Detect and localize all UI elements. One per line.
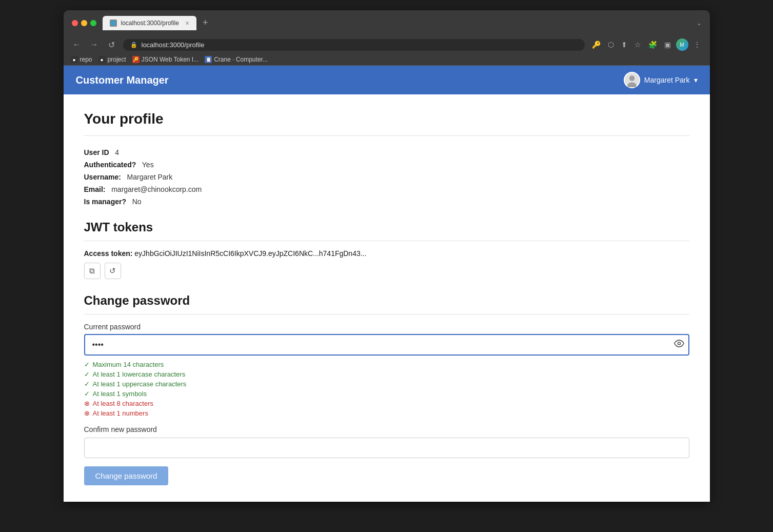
email-value: margaret@chinookcorp.com: [111, 185, 202, 193]
app-navbar: Customer Manager Margaret Park ▾: [64, 66, 710, 94]
fail-icon-2: ⊗: [84, 409, 90, 417]
profile-field-authenticated: Authenticated? Yes: [84, 161, 689, 169]
user-avatar: [624, 72, 640, 88]
address-bar: ← → ↺ 🔒 localhost:3000/profile 🔑 ⬡ ⬆ ☆ 🧩…: [64, 35, 710, 54]
key-icon[interactable]: 🔑: [590, 38, 603, 51]
bookmark-jwt-label: JSON Web Token I...: [142, 56, 199, 63]
toggle-password-visibility-button[interactable]: [674, 339, 684, 351]
validation-uppercase: ✓ At least 1 uppercase characters: [84, 380, 689, 388]
refresh-token-button[interactable]: ↺: [105, 263, 121, 279]
copy-token-button[interactable]: ⧉: [84, 263, 101, 279]
profile-field-username: Username: Margaret Park: [84, 173, 689, 181]
title-bar: 🌐 localhost:3000/profile × + ⌄: [64, 10, 710, 35]
lock-icon: 🔒: [130, 42, 137, 48]
crane-icon: 📋: [205, 56, 212, 63]
svg-point-3: [678, 342, 680, 345]
page-content: Customer Manager Margaret Park ▾ Your pr…: [64, 66, 710, 502]
minimize-window-button[interactable]: [81, 20, 87, 26]
token-actions: ⧉ ↺: [84, 263, 689, 279]
access-token-row: Access token: eyJhbGciOiJIUzI1NiIsInR5cC…: [84, 249, 689, 258]
current-password-input[interactable]: [84, 334, 689, 356]
authenticated-value: Yes: [142, 161, 154, 169]
email-label: Email:: [84, 185, 106, 193]
maximize-window-button[interactable]: [90, 20, 96, 26]
bookmarks-bar: ● repo ● project 🔑 JSON Web Token I... 📋…: [64, 54, 710, 66]
copy-icon: ⧉: [89, 266, 95, 275]
bookmark-project-label: project: [108, 56, 126, 63]
eye-icon: [674, 341, 684, 351]
browser-window: 🌐 localhost:3000/profile × + ⌄ ← → ↺ 🔒 l…: [64, 10, 710, 502]
sidebar-icon[interactable]: ▣: [662, 38, 673, 51]
browser-actions: 🔑 ⬡ ⬆ ☆ 🧩 ▣ M ⋮: [590, 38, 703, 51]
username-value: Margaret Park: [127, 173, 173, 181]
bookmark-star-icon[interactable]: ☆: [632, 38, 643, 51]
dropdown-chevron-icon: ▾: [694, 76, 698, 84]
github-icon: ●: [71, 56, 78, 63]
traffic-lights: [72, 20, 96, 26]
github-project-icon: ●: [98, 56, 106, 63]
refresh-icon: ↺: [109, 266, 116, 275]
bookmark-repo-label: repo: [80, 56, 92, 63]
jwt-section-title: JWT tokens: [84, 220, 689, 241]
main-container: Your profile User ID 4 Authenticated? Ye…: [64, 94, 710, 502]
back-button[interactable]: ←: [71, 38, 83, 51]
url-input[interactable]: 🔒 localhost:3000/profile: [123, 39, 585, 51]
app-title: Customer Manager: [76, 74, 169, 86]
jwt-icon: 🔑: [132, 56, 140, 63]
validation-symbols-text: At least 1 symbols: [93, 390, 147, 398]
user-name: Margaret Park: [644, 76, 690, 84]
manager-value: No: [132, 198, 142, 206]
active-tab[interactable]: 🌐 localhost:3000/profile ×: [103, 16, 197, 30]
pass-check-icon: ✓: [84, 361, 90, 368]
access-token-label: Access token:: [84, 249, 133, 258]
pass-check-icon-4: ✓: [84, 390, 90, 398]
validation-lowercase-text: At least 1 lowercase characters: [93, 370, 186, 378]
profile-field-manager: Is manager? No: [84, 198, 689, 206]
bookmark-jwt[interactable]: 🔑 JSON Web Token I...: [132, 56, 199, 63]
forward-button[interactable]: →: [88, 38, 101, 51]
validation-numbers: ⊗ At least 1 numbers: [84, 409, 689, 417]
change-password-section-title: Change password: [84, 293, 689, 314]
menu-button[interactable]: ⋮: [691, 38, 703, 51]
validation-max-chars: ✓ Maximum 14 characters: [84, 361, 689, 368]
current-password-label: Current password: [84, 323, 689, 331]
extensions-icon[interactable]: 🧩: [646, 38, 659, 51]
userid-value: 4: [115, 148, 119, 156]
tab-title: localhost:3000/profile: [121, 19, 179, 27]
validation-max-chars-text: Maximum 14 characters: [93, 361, 164, 368]
url-text: localhost:3000/profile: [142, 41, 205, 49]
close-window-button[interactable]: [72, 20, 78, 26]
download-icon[interactable]: ⬆: [619, 38, 629, 51]
bookmark-crane[interactable]: 📋 Crane · Computer...: [205, 56, 268, 63]
tab-close-button[interactable]: ×: [185, 19, 189, 27]
fail-icon-1: ⊗: [84, 400, 90, 407]
bookmark-project[interactable]: ● project: [98, 56, 126, 63]
tab-favicon: 🌐: [110, 19, 117, 27]
svg-point-1: [629, 75, 635, 81]
user-menu[interactable]: Margaret Park ▾: [624, 72, 698, 88]
profile-field-email: Email: margaret@chinookcorp.com: [84, 185, 689, 193]
profile-field-userid: User ID 4: [84, 148, 689, 156]
access-token-value: eyJhbGciOiJIUzI1NiIsInR5cCI6IkpXVCJ9.eyJ…: [134, 249, 366, 258]
validation-numbers-text: At least 1 numbers: [93, 409, 148, 417]
pass-check-icon-3: ✓: [84, 380, 90, 388]
new-tab-button[interactable]: +: [199, 15, 212, 30]
window-expand-icon: ⌄: [697, 19, 702, 27]
manager-label: Is manager?: [84, 198, 126, 206]
refresh-button[interactable]: ↺: [106, 38, 118, 51]
validation-uppercase-text: At least 1 uppercase characters: [93, 380, 187, 388]
current-password-wrapper: [84, 334, 689, 356]
profile-icon[interactable]: M: [676, 38, 688, 51]
confirm-password-input[interactable]: [84, 438, 689, 458]
bookmark-crane-label: Crane · Computer...: [214, 56, 268, 63]
bookmark-repo[interactable]: ● repo: [71, 56, 92, 63]
pass-check-icon-2: ✓: [84, 370, 90, 378]
change-password-button[interactable]: Change password: [84, 466, 169, 485]
page-title: Your profile: [84, 111, 689, 136]
tab-bar: 🌐 localhost:3000/profile × +: [103, 15, 690, 30]
share-icon[interactable]: ⬡: [606, 38, 616, 51]
validation-min-chars: ⊗ At least 8 characters: [84, 400, 689, 407]
validation-lowercase: ✓ At least 1 lowercase characters: [84, 370, 689, 378]
confirm-password-label: Confirm new password: [84, 425, 689, 434]
validation-symbols: ✓ At least 1 symbols: [84, 390, 689, 398]
